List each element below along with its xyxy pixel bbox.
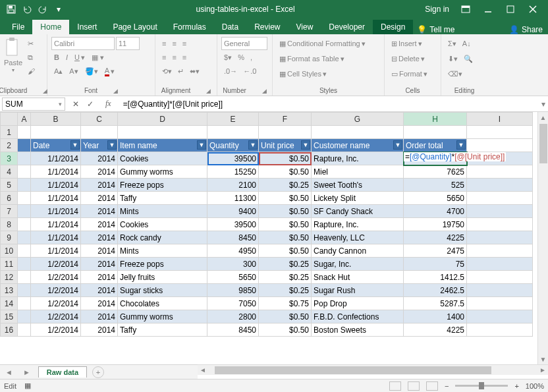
- select-all-corner[interactable]: [1, 113, 18, 126]
- tab-formulas[interactable]: Formulas: [165, 20, 214, 34]
- autosum-icon[interactable]: Σ▾: [445, 37, 459, 50]
- zoom-level[interactable]: 100%: [526, 382, 544, 390]
- filter-dropdown-icon[interactable]: ▼: [197, 140, 206, 150]
- table-header-cell[interactable]: Item name▼: [118, 139, 207, 152]
- cell[interactable]: Rock candy: [118, 231, 207, 244]
- find-icon[interactable]: 🔍: [461, 52, 476, 65]
- horizontal-scrollbar[interactable]: ◄ ►: [198, 364, 548, 375]
- tab-page-layout[interactable]: Page Layout: [105, 20, 165, 34]
- tab-data[interactable]: Data: [214, 20, 246, 34]
- row-header[interactable]: 3: [1, 152, 18, 165]
- wrap-text-icon[interactable]: ↵: [175, 65, 186, 78]
- align-bottom-icon[interactable]: ≡: [180, 37, 189, 50]
- cell[interactable]: 1/1/2014: [31, 165, 81, 179]
- number-format-select[interactable]: [221, 37, 267, 50]
- cell[interactable]: 8450: [207, 323, 259, 337]
- cell[interactable]: 39500: [207, 218, 259, 231]
- name-box[interactable]: SUM▾: [2, 98, 65, 111]
- cell[interactable]: 4700: [404, 205, 467, 218]
- cell[interactable]: Chocolates: [118, 297, 207, 310]
- cell[interactable]: 5650: [207, 271, 259, 284]
- cut-icon[interactable]: ✂: [25, 37, 38, 50]
- redo-icon[interactable]: [36, 2, 50, 16]
- align-top-icon[interactable]: ≡: [159, 37, 169, 50]
- fill-icon[interactable]: ⬇▾: [445, 52, 460, 65]
- cell[interactable]: Sweet Tooth's: [312, 179, 404, 192]
- sign-in-link[interactable]: Sign in: [425, 5, 449, 14]
- cancel-formula-icon[interactable]: ✕: [72, 99, 79, 109]
- cell[interactable]: Gummy worms: [118, 165, 207, 179]
- row-header[interactable]: 10: [1, 244, 18, 258]
- cell[interactable]: $0.50: [259, 218, 312, 231]
- cell[interactable]: 7625: [404, 165, 467, 179]
- table-header-cell[interactable]: Year▼: [81, 139, 118, 152]
- align-left-icon[interactable]: ≡: [159, 51, 169, 64]
- cell[interactable]: Taffy: [118, 323, 207, 337]
- sheet-nav-next-icon[interactable]: ►: [18, 368, 36, 376]
- bold-button[interactable]: B: [51, 51, 62, 64]
- paste-icon[interactable]: [4, 37, 22, 58]
- minimize-icon[interactable]: [477, 0, 499, 18]
- align-right-icon[interactable]: ≡: [180, 51, 189, 64]
- active-cell[interactable]: =[@Quantity]*[@[Unit price]]: [404, 152, 467, 165]
- decrease-decimal-icon[interactable]: ←.0: [240, 65, 259, 78]
- cell[interactable]: 1/1/2014: [31, 205, 81, 218]
- enter-formula-icon[interactable]: ✓: [87, 99, 94, 109]
- cell[interactable]: $0.50: [259, 192, 312, 205]
- tab-view[interactable]: View: [288, 20, 321, 34]
- tab-review[interactable]: Review: [246, 20, 288, 34]
- row-header[interactable]: 7: [1, 205, 18, 218]
- filter-dropdown-icon[interactable]: ▼: [393, 140, 402, 150]
- column-headers[interactable]: A B C D E F G H I: [1, 113, 533, 126]
- tab-design[interactable]: Design: [373, 20, 413, 34]
- cell[interactable]: 4950: [207, 244, 259, 258]
- cell[interactable]: Lickety Split: [312, 192, 404, 205]
- cell[interactable]: Freeze pops: [118, 258, 207, 271]
- row-header[interactable]: 11: [1, 258, 18, 271]
- vertical-scrollbar[interactable]: ▲ ▼: [537, 112, 548, 364]
- cell[interactable]: Sugar sticks: [118, 284, 207, 297]
- tell-me[interactable]: 💡Tell me: [417, 25, 454, 34]
- tab-file[interactable]: File: [4, 20, 32, 34]
- cell-styles-button[interactable]: ▦ Cell Styles ▾: [277, 67, 329, 80]
- row-header[interactable]: 16: [1, 323, 18, 337]
- col-A[interactable]: A: [18, 113, 31, 126]
- tab-developer[interactable]: Developer: [321, 20, 373, 34]
- font-size-input[interactable]: [116, 37, 140, 50]
- cell[interactable]: 2014: [81, 271, 118, 284]
- cell[interactable]: $0.50: [259, 152, 312, 165]
- col-H[interactable]: H: [404, 113, 467, 126]
- table-header-cell[interactable]: Order total▼: [404, 139, 467, 152]
- cell[interactable]: $0.25: [259, 258, 312, 271]
- increase-font-icon[interactable]: A▴: [51, 65, 65, 78]
- format-painter-icon[interactable]: 🖌: [25, 65, 38, 78]
- cell[interactable]: 1400: [404, 310, 467, 323]
- cell[interactable]: $0.50: [259, 310, 312, 323]
- orientation-icon[interactable]: ⟲▾: [159, 65, 175, 78]
- undo-icon[interactable]: [20, 2, 34, 16]
- number-launcher-icon[interactable]: ◢: [262, 88, 267, 94]
- cell[interactable]: 2014: [81, 152, 118, 165]
- cell[interactable]: 2014: [81, 205, 118, 218]
- comma-icon[interactable]: ,: [248, 51, 255, 64]
- format-as-table-button[interactable]: ▦ Format as Table ▾: [277, 52, 347, 65]
- col-B[interactable]: B: [31, 113, 81, 126]
- row-header[interactable]: 1: [1, 126, 18, 139]
- cell[interactable]: 39500: [207, 152, 259, 165]
- cell[interactable]: 5287.5: [404, 297, 467, 310]
- cell[interactable]: $0.50: [259, 165, 312, 179]
- cell[interactable]: 2014: [81, 284, 118, 297]
- cell[interactable]: 2014: [81, 179, 118, 192]
- cell[interactable]: F.B.D. Confections: [312, 310, 404, 323]
- add-sheet-icon[interactable]: +: [92, 366, 104, 378]
- cell[interactable]: Gummy worms: [118, 310, 207, 323]
- cell[interactable]: 1/2/2014: [31, 297, 81, 310]
- table-header-cell[interactable]: Customer name▼: [312, 139, 404, 152]
- scroll-thumb[interactable]: [539, 124, 547, 163]
- currency-icon[interactable]: $▾: [221, 51, 234, 64]
- cell[interactable]: 75: [404, 258, 467, 271]
- cell[interactable]: 1412.5: [404, 271, 467, 284]
- cell[interactable]: 11300: [207, 192, 259, 205]
- cell[interactable]: $0.25: [259, 284, 312, 297]
- cell[interactable]: 1/1/2014: [31, 231, 81, 244]
